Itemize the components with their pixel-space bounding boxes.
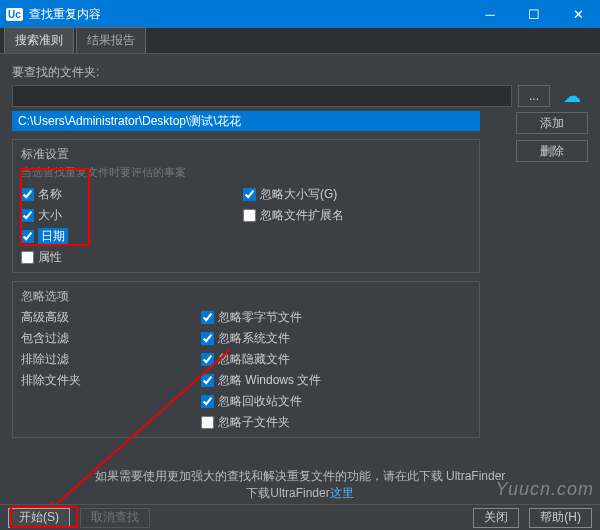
selected-path[interactable]: C:\Users\Administrator\Desktop\测试\花花 (12, 111, 480, 131)
ignore-right-column: 忽略零字节文件 忽略系统文件 忽略隐藏文件 忽略 Windows 文件 忽略回收… (201, 307, 321, 431)
folder-label: 要查找的文件夹: (12, 64, 588, 81)
criteria-name[interactable]: 名称 (21, 186, 68, 203)
criteria-right-column: 忽略大小写(G) 忽略文件扩展名 (243, 184, 344, 266)
criteria-size[interactable]: 大小 (21, 207, 68, 224)
title-bar: Uc 查找重复内容 ─ ☐ ✕ (0, 0, 600, 28)
footer-message: 如果需要使用更加强大的查找和解决重复文件的功能，请在此下载 UltraFinde… (0, 468, 600, 502)
cloud-upload-icon[interactable]: ☁ (556, 85, 588, 107)
checkbox-name[interactable] (21, 188, 34, 201)
close-dialog-button[interactable]: 关闭 (473, 508, 519, 528)
tab-search-criteria[interactable]: 搜索准则 (4, 27, 74, 53)
download-link[interactable]: 这里 (330, 486, 354, 500)
criteria-left-column: 名称 大小 日期 属性 (21, 184, 68, 266)
close-button[interactable]: ✕ (556, 0, 600, 28)
list-item[interactable]: 排除文件夹 (21, 372, 81, 389)
help-button[interactable]: 帮助(H) (529, 508, 592, 528)
minimize-button[interactable]: ─ (468, 0, 512, 28)
tab-result-report[interactable]: 结果报告 (76, 27, 146, 53)
browse-button[interactable]: ... (518, 85, 550, 107)
criteria-date[interactable]: 日期 (21, 228, 68, 245)
cancel-search-button[interactable]: 取消查找 (80, 508, 150, 528)
app-logo-icon: Uc (6, 8, 23, 21)
checkbox-attr[interactable] (21, 251, 34, 264)
ignore-zero[interactable]: 忽略零字节文件 (201, 309, 321, 326)
tab-bar: 搜索准则 结果报告 (0, 28, 600, 54)
ignore-system[interactable]: 忽略系统文件 (201, 330, 321, 347)
remove-button[interactable]: 删除 (516, 140, 588, 162)
ignore-hidden[interactable]: 忽略隐藏文件 (201, 351, 321, 368)
add-button[interactable]: 添加 (516, 112, 588, 134)
checkbox-size[interactable] (21, 209, 34, 222)
checkbox-ignore-case[interactable] (243, 188, 256, 201)
list-item[interactable]: 高级高级 (21, 309, 81, 326)
checkbox-date[interactable] (21, 230, 34, 243)
maximize-button[interactable]: ☐ (512, 0, 556, 28)
list-item[interactable]: 排除过滤 (21, 351, 81, 368)
ignore-subfolder[interactable]: 忽略子文件夹 (201, 414, 321, 431)
window-title: 查找重复内容 (29, 6, 468, 23)
checkbox-ignore-ext[interactable] (243, 209, 256, 222)
ignore-recycle[interactable]: 忽略回收站文件 (201, 393, 321, 410)
ignore-ext[interactable]: 忽略文件扩展名 (243, 207, 344, 224)
criteria-attr[interactable]: 属性 (21, 249, 68, 266)
bottom-bar: 开始(S) 取消查找 关闭 帮助(H) (0, 504, 600, 530)
criteria-title: 标准设置 (21, 146, 471, 163)
ignore-section: 忽略选项 高级高级 包含过滤 排除过滤 排除文件夹 忽略零字节文件 忽略系统文件… (12, 281, 480, 438)
ignore-case[interactable]: 忽略大小写(G) (243, 186, 344, 203)
criteria-hint: 当选查找重复文件时要评估的事案 (21, 165, 471, 180)
folder-input[interactable] (12, 85, 512, 107)
ignore-windows[interactable]: 忽略 Windows 文件 (201, 372, 321, 389)
ignore-left-column: 高级高级 包含过滤 排除过滤 排除文件夹 (21, 307, 81, 431)
criteria-section: 标准设置 当选查找重复文件时要评估的事案 名称 大小 日期 属性 忽略大小写(G… (12, 139, 480, 273)
start-button[interactable]: 开始(S) (8, 508, 70, 528)
list-item[interactable]: 包含过滤 (21, 330, 81, 347)
ignore-title: 忽略选项 (21, 288, 471, 305)
